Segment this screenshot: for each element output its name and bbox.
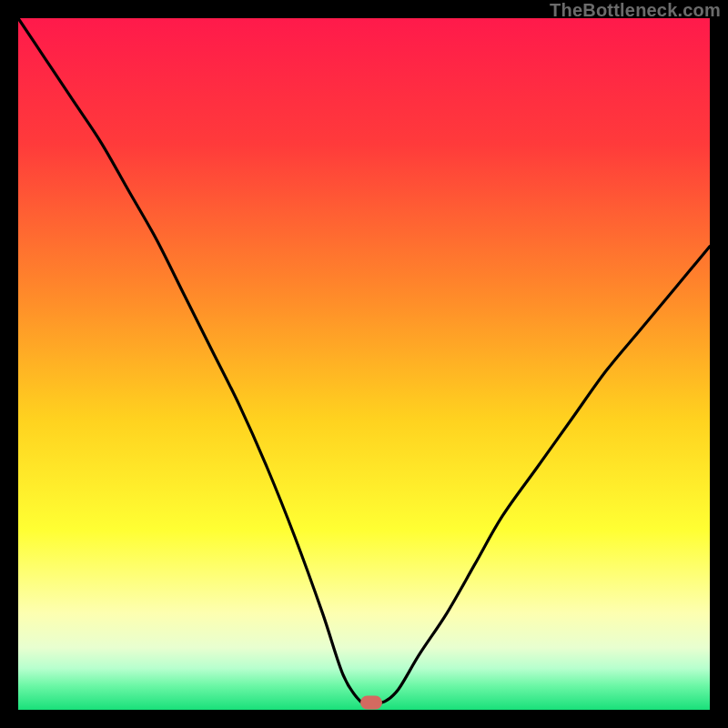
- plot-area: [18, 18, 710, 710]
- curve-layer: [18, 18, 710, 710]
- optimal-point-marker: [360, 696, 382, 710]
- bottleneck-curve: [18, 18, 710, 704]
- chart-frame: TheBottleneck.com: [0, 0, 728, 728]
